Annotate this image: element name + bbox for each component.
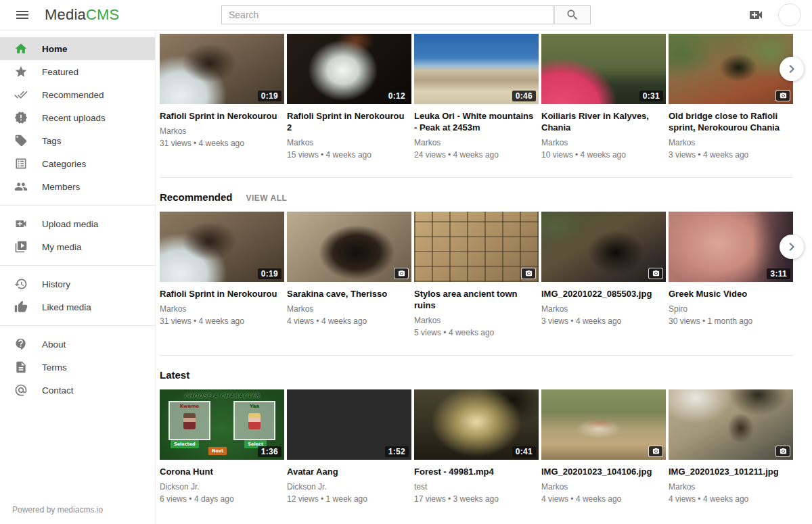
sidebar-item-history[interactable]: History [0, 272, 155, 295]
sidebar-item-terms[interactable]: Terms [0, 356, 155, 379]
media-author[interactable]: Markos [541, 482, 666, 492]
logo-text-media: Media [45, 6, 86, 23]
media-author[interactable]: Dickson Jr. [160, 482, 284, 492]
media-meta: 10 views • 4 weeks ago [541, 150, 666, 160]
section-divider [160, 355, 793, 356]
sidebar-item-liked-media[interactable]: Liked media [0, 295, 155, 318]
media-title[interactable]: Corona Hunt [160, 466, 284, 477]
media-title[interactable]: Leuka Ori - White mountains - Peak at 24… [414, 110, 539, 133]
media-thumbnail[interactable] [541, 212, 666, 282]
media-title[interactable]: Sarakina cave, Therisso [287, 288, 411, 300]
media-meta: 5 views • 4 weeks ago [414, 328, 539, 337]
media-author[interactable]: Markos [287, 304, 411, 314]
media-author[interactable]: test [414, 482, 539, 492]
sidebar-item-recent-uploads[interactable]: Recent uploads [0, 106, 155, 129]
media-title[interactable]: Forest - 49981.mp4 [414, 466, 539, 477]
media-thumbnail[interactable]: CHOOSE A CHARACTER Kwame Yaa Selected Ne… [160, 389, 284, 460]
media-title[interactable]: Rafioli Sprint in Nerokourou [160, 110, 284, 122]
media-title[interactable]: IMG_20201023_104106.jpg [541, 466, 666, 477]
help-icon [14, 337, 28, 351]
media-thumbnail[interactable] [414, 212, 539, 282]
media-thumbnail[interactable] [541, 389, 666, 460]
media-author[interactable]: Markos [414, 138, 539, 147]
media-thumbnail[interactable]: 0:46 [414, 34, 539, 104]
media-author[interactable]: Markos [160, 304, 284, 314]
sidebar-item-label: Recommended [42, 90, 104, 100]
duration-badge: 0:41 [512, 446, 536, 457]
media-meta: 15 views • 4 weeks ago [287, 150, 411, 160]
media-thumbnail[interactable]: 3:11 [669, 212, 793, 282]
cards-list: 0:19Rafioli Sprint in NerokourouMarkos31… [160, 34, 793, 160]
media-card[interactable]: Sarakina cave, TherissoMarkos4 views • 4… [287, 212, 411, 337]
search-input[interactable] [221, 5, 554, 24]
media-title[interactable]: IMG_20201023_101211.jpg [669, 466, 793, 477]
sidebar-item-label: My media [42, 242, 82, 252]
user-avatar[interactable] [778, 3, 801, 26]
carousel-next-button[interactable] [780, 235, 804, 259]
media-card[interactable]: 0:19Rafioli Sprint in NerokourouMarkos31… [160, 34, 284, 160]
media-card[interactable]: IMG_20201022_085503.jpgMarkos3 views • 4… [541, 212, 666, 337]
media-card[interactable]: IMG_20201023_101211.jpgMarkos4 views • 4… [669, 389, 793, 504]
media-thumbnail[interactable] [669, 34, 793, 104]
sidebar-item-label: Featured [42, 67, 78, 77]
media-thumbnail[interactable]: 0:19 [160, 34, 284, 104]
sidebar-item-recommended[interactable]: Recommended [0, 83, 155, 106]
media-card[interactable]: Old bridge close to Rafioli sprint, Nero… [669, 34, 793, 160]
media-card[interactable]: 1:52Avatar AangDickson Jr.12 views • 1 w… [287, 389, 411, 504]
media-thumbnail[interactable] [287, 212, 411, 282]
media-author[interactable]: Markos [541, 304, 666, 314]
sidebar-item-categories[interactable]: Categories [0, 152, 155, 175]
media-author[interactable]: Markos [160, 126, 284, 136]
media-card[interactable]: 0:31Koiliaris River in Kalyves, ChaniaMa… [541, 34, 666, 160]
menu-button[interactable] [14, 6, 31, 24]
sidebar-item-home[interactable]: Home [0, 37, 155, 60]
media-author[interactable]: Markos [669, 138, 793, 147]
media-author[interactable]: Markos [669, 482, 793, 492]
sidebar-item-my-media[interactable]: My media [0, 235, 155, 258]
sidebar-item-upload-media[interactable]: Upload media [0, 212, 155, 235]
done-all-icon [14, 88, 28, 101]
media-title[interactable]: Old bridge close to Rafioli sprint, Nero… [669, 110, 793, 133]
media-author[interactable]: Markos [414, 316, 539, 325]
sidebar-item-contact[interactable]: Contact [0, 379, 155, 402]
media-title[interactable]: Rafioli Sprint in Nerokourou [160, 288, 284, 300]
media-card[interactable]: 0:46Leuka Ori - White mountains - Peak a… [414, 34, 539, 160]
media-card[interactable]: IMG_20201023_104106.jpgMarkos4 views • 4… [541, 389, 666, 504]
media-title[interactable]: Rafioli Sprint in Nerokourou 2 [287, 110, 411, 133]
media-author[interactable]: Markos [287, 138, 411, 147]
media-title[interactable]: Avatar Aang [287, 466, 411, 477]
media-thumbnail[interactable]: 0:19 [160, 212, 284, 282]
media-card[interactable]: CHOOSE A CHARACTER Kwame Yaa Selected Ne… [160, 389, 284, 504]
media-thumbnail[interactable]: 0:41 [414, 389, 539, 460]
search-button[interactable] [554, 5, 591, 24]
sidebar-item-about[interactable]: About [0, 333, 155, 356]
cards-list: 0:19Rafioli Sprint in NerokourouMarkos31… [160, 212, 793, 337]
media-title[interactable]: Koiliaris River in Kalyves, Chania [541, 110, 666, 133]
tag-icon [14, 134, 28, 147]
media-thumbnail[interactable] [669, 389, 793, 460]
search-icon [566, 8, 579, 22]
media-title[interactable]: Stylos area ancient town ruins [414, 288, 539, 311]
media-title[interactable]: Greek Music Video [669, 288, 793, 300]
media-thumbnail[interactable]: 0:31 [541, 34, 666, 104]
view-all-link[interactable]: VIEW ALL [246, 193, 288, 203]
media-title[interactable]: IMG_20201022_085503.jpg [541, 288, 666, 300]
home-icon [14, 42, 28, 55]
media-card[interactable]: 0:19Rafioli Sprint in NerokourouMarkos31… [160, 212, 284, 337]
media-author[interactable]: Spiro [669, 304, 793, 314]
media-author[interactable]: Markos [541, 138, 666, 147]
media-meta: 4 views • 4 weeks ago [287, 316, 411, 326]
media-card[interactable]: 0:12Rafioli Sprint in Nerokourou 2Markos… [287, 34, 411, 160]
sidebar-item-members[interactable]: Members [0, 175, 155, 198]
media-thumbnail[interactable]: 0:12 [287, 34, 411, 104]
sidebar-item-featured[interactable]: Featured [0, 60, 155, 83]
carousel-next-button[interactable] [780, 57, 804, 81]
upload-media-button[interactable] [747, 6, 765, 24]
media-author[interactable]: Dickson Jr. [287, 482, 411, 492]
media-thumbnail[interactable]: 1:52 [287, 389, 411, 460]
media-card[interactable]: 0:41Forest - 49981.mp4test17 views • 3 w… [414, 389, 539, 504]
media-card[interactable]: 3:11Greek Music VideoSpiro30 views • 1 m… [669, 212, 793, 337]
logo[interactable]: MediaCMS [45, 6, 119, 24]
sidebar-item-tags[interactable]: Tags [0, 129, 155, 152]
media-card[interactable]: Stylos area ancient town ruinsMarkos5 vi… [414, 212, 539, 337]
